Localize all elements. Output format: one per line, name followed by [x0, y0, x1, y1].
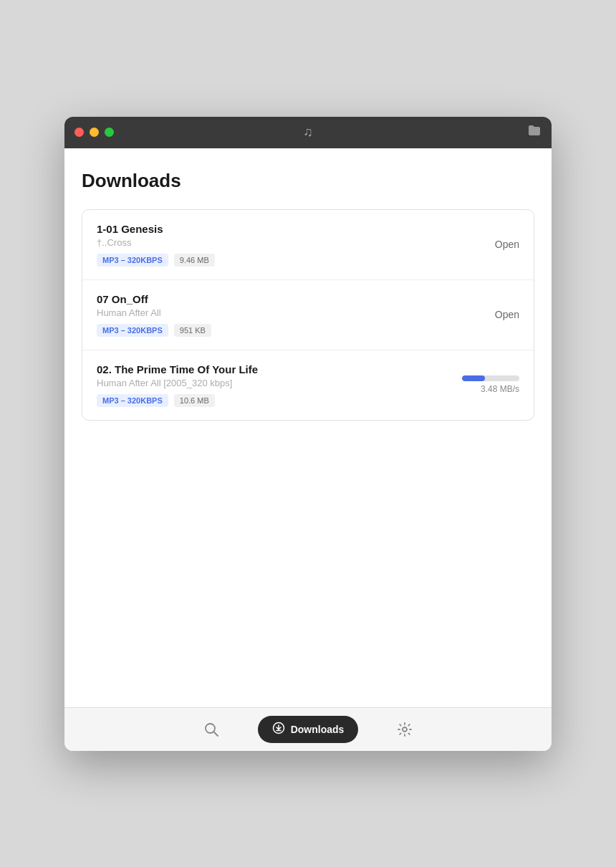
- bottom-bar: Downloads: [64, 708, 552, 751]
- download-icon: [272, 722, 285, 734]
- download-artist: Human After All: [97, 307, 476, 318]
- downloads-nav-icon: [272, 722, 285, 737]
- downloads-nav-label: Downloads: [291, 724, 345, 735]
- download-tags: MP3 – 320KBPS 9.46 MB: [97, 254, 476, 267]
- download-info: 02. The Prime Time Of Your Life Human Af…: [97, 363, 455, 407]
- maximize-button[interactable]: [105, 128, 114, 137]
- size-tag: 10.6 MB: [174, 394, 215, 407]
- progress-bar-fill: [462, 375, 485, 381]
- download-progress: 3.48 MB/s: [455, 375, 519, 394]
- minimize-button[interactable]: [90, 128, 99, 137]
- page-title: Downloads: [82, 170, 534, 192]
- download-info: 07 On_Off Human After All MP3 – 320KBPS …: [97, 293, 476, 337]
- download-artist: Human After All [2005_320 kbps]: [97, 378, 455, 388]
- app-window: ♫ Downloads 1-01 Genesis †..Cross MP3 – …: [64, 117, 552, 751]
- main-content: Downloads 1-01 Genesis †..Cross MP3 – 32…: [64, 148, 552, 707]
- download-name: 1-01 Genesis: [97, 223, 476, 235]
- traffic-lights: [74, 128, 114, 137]
- download-name: 07 On_Off: [97, 293, 476, 305]
- search-icon: [203, 722, 219, 737]
- format-tag: MP3 – 320KBPS: [97, 324, 168, 337]
- download-name: 02. The Prime Time Of Your Life: [97, 363, 455, 375]
- downloads-nav-button[interactable]: Downloads: [258, 716, 359, 743]
- size-tag: 951 KB: [174, 324, 211, 337]
- download-item: 02. The Prime Time Of Your Life Human Af…: [82, 350, 534, 420]
- open-button[interactable]: Open: [476, 309, 519, 320]
- titlebar: ♫: [64, 117, 552, 148]
- search-nav-button[interactable]: [199, 717, 223, 742]
- format-tag: MP3 – 320KBPS: [97, 394, 168, 407]
- settings-nav-button[interactable]: [393, 717, 417, 742]
- folder-icon[interactable]: [527, 124, 542, 140]
- download-item: 07 On_Off Human After All MP3 – 320KBPS …: [82, 280, 534, 350]
- download-item: 1-01 Genesis †..Cross MP3 – 320KBPS 9.46…: [82, 210, 534, 280]
- download-tags: MP3 – 320KBPS 10.6 MB: [97, 394, 455, 407]
- format-tag: MP3 – 320KBPS: [97, 254, 168, 267]
- progress-bar-container: [462, 375, 519, 381]
- close-button[interactable]: [74, 128, 84, 137]
- downloads-list: 1-01 Genesis †..Cross MP3 – 320KBPS 9.46…: [82, 209, 534, 421]
- bottom-bar-container: Downloads: [64, 707, 552, 751]
- open-button[interactable]: Open: [476, 239, 519, 250]
- svg-line-1: [213, 732, 218, 736]
- download-artist: †..Cross: [97, 237, 476, 248]
- svg-point-5: [403, 727, 407, 732]
- progress-speed: 3.48 MB/s: [481, 384, 519, 394]
- app-icon: ♫: [303, 125, 313, 140]
- settings-icon: [397, 722, 413, 737]
- download-tags: MP3 – 320KBPS 951 KB: [97, 324, 476, 337]
- download-info: 1-01 Genesis †..Cross MP3 – 320KBPS 9.46…: [97, 223, 476, 267]
- size-tag: 9.46 MB: [174, 254, 215, 267]
